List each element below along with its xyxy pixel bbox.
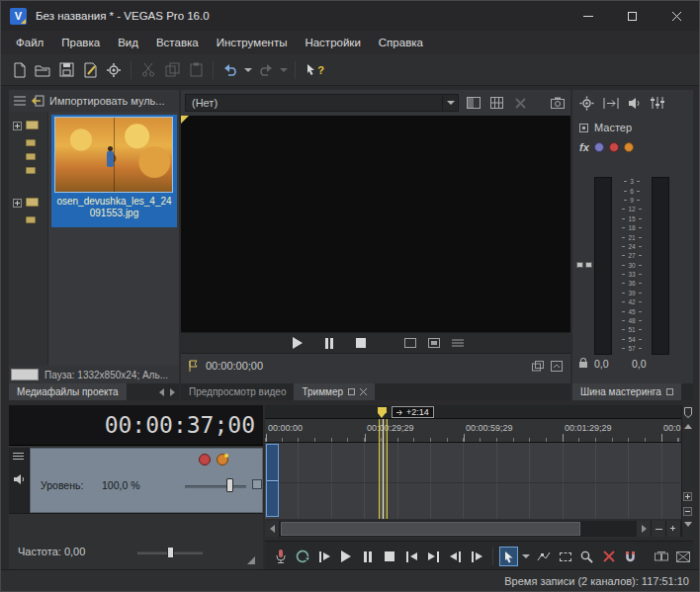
menu-edit[interactable]: Правка xyxy=(52,32,109,53)
copy-frame-button[interactable] xyxy=(532,360,544,372)
preview-pause-button[interactable] xyxy=(319,332,339,354)
undo-button[interactable] xyxy=(219,58,242,82)
play-button[interactable] xyxy=(336,546,356,567)
tab-float-icon[interactable] xyxy=(348,388,355,395)
new-project-button[interactable] xyxy=(7,58,31,82)
scroll-down-button[interactable] xyxy=(684,522,692,527)
next-frame-button[interactable] xyxy=(467,546,486,567)
zoom-out-vertical-button[interactable] xyxy=(683,507,692,516)
scrollbar-thumb[interactable] xyxy=(281,522,580,536)
folder-icon[interactable] xyxy=(26,198,39,207)
scroll-up-button[interactable] xyxy=(684,424,692,429)
interactive-help-button[interactable]: ? xyxy=(301,58,330,82)
tab-mixing-console[interactable]: Шина мастеринга xyxy=(572,383,681,400)
menu-file[interactable]: Файл xyxy=(7,32,52,53)
preview-quality-button[interactable] xyxy=(465,94,482,112)
folder-icon[interactable] xyxy=(26,121,39,129)
timeline-tracks[interactable] xyxy=(265,443,681,519)
timeline-ruler[interactable]: 00:00:00 00:00:29;29 00:00:59;29 00:01:2… xyxy=(265,419,681,443)
track-menu-icon[interactable] xyxy=(13,453,24,462)
master-fader-handles[interactable] xyxy=(576,262,592,268)
undo-dropdown[interactable] xyxy=(242,58,254,82)
horizontal-scrollbar-thumb[interactable] xyxy=(11,369,39,381)
plugin-icon-2[interactable] xyxy=(609,142,619,152)
speaker-icon[interactable] xyxy=(628,97,642,110)
bus-icon[interactable] xyxy=(579,124,588,132)
auto-crossfade-button[interactable] xyxy=(673,546,693,567)
folder-icon[interactable] xyxy=(26,167,36,174)
tab-float-icon[interactable] xyxy=(666,388,673,395)
open-button[interactable] xyxy=(31,58,54,82)
menu-options[interactable]: Настройки xyxy=(296,32,369,53)
mixer-settings-gear-icon[interactable] xyxy=(579,96,594,111)
minimize-button[interactable] xyxy=(566,2,610,31)
tab-video-preview[interactable]: Предпросмотр видео xyxy=(181,383,294,400)
lock-icon[interactable] xyxy=(579,362,587,368)
envelope-tool-button[interactable] xyxy=(534,546,554,567)
rate-slider-handle[interactable] xyxy=(167,547,174,558)
go-to-end-button[interactable] xyxy=(423,546,443,567)
marker-bar[interactable] xyxy=(265,405,681,419)
audio-event-clip[interactable] xyxy=(266,444,279,517)
zoom-in-vertical-button[interactable] xyxy=(683,492,692,501)
folder-icon[interactable] xyxy=(26,216,36,223)
zoom-in-button[interactable] xyxy=(666,521,681,537)
cut-button[interactable] xyxy=(136,58,160,82)
resize-grip-icon[interactable] xyxy=(247,556,255,564)
stop-button[interactable] xyxy=(380,546,399,567)
menu-help[interactable]: Справка xyxy=(370,32,432,53)
preview-stop-button[interactable] xyxy=(351,332,371,354)
copy-button[interactable] xyxy=(160,58,184,82)
redo-dropdown[interactable] xyxy=(278,58,290,82)
project-properties-button[interactable] xyxy=(78,58,102,82)
preview-size-small-button[interactable] xyxy=(404,337,416,349)
tab-project-media[interactable]: Медиафайлы проекта xyxy=(9,383,127,400)
timeline-time-display[interactable]: 00:00:37;00 xyxy=(9,405,263,446)
snap-toggle-button[interactable] xyxy=(621,546,641,567)
tab-trimmer[interactable]: Триммер xyxy=(294,383,375,400)
split-screen-button[interactable] xyxy=(512,94,530,112)
track-level-slider-groove[interactable] xyxy=(185,485,246,488)
save-button[interactable] xyxy=(54,58,78,82)
zoom-out-button[interactable] xyxy=(652,521,666,537)
selected-media-item[interactable]: osen_devushka_les_4_24 091553.jpg xyxy=(51,115,177,227)
preview-play-button[interactable] xyxy=(288,332,307,354)
zoom-tool-button[interactable] xyxy=(577,546,597,567)
folder-icon[interactable] xyxy=(26,153,36,160)
track-meter-icon[interactable] xyxy=(252,479,262,489)
insert-bus-icon[interactable] xyxy=(603,97,619,110)
tab-scroll-left-button[interactable] xyxy=(159,388,164,396)
normal-edit-tool-button[interactable] xyxy=(499,547,518,566)
view-list-icon[interactable] xyxy=(14,95,26,107)
plugin-icon-3[interactable] xyxy=(624,142,634,152)
preferences-button[interactable] xyxy=(102,58,126,82)
fader-handle-left[interactable] xyxy=(576,262,583,268)
preview-fx-selector[interactable]: (Нет) xyxy=(185,94,459,112)
selection-tool-button[interactable] xyxy=(556,546,575,567)
copy-snapshot-button[interactable] xyxy=(549,94,567,112)
tool-dropdown[interactable] xyxy=(520,546,532,567)
play-from-start-button[interactable] xyxy=(314,546,334,567)
track-level-slider-handle[interactable] xyxy=(226,478,233,492)
loop-playback-button[interactable] xyxy=(293,546,312,567)
fx-icon[interactable]: fx xyxy=(579,141,589,153)
audio-track-header[interactable]: Уровень: 100,0 % xyxy=(30,448,263,513)
timeline-cursor-line[interactable] xyxy=(383,419,384,519)
timeline-cursor-head[interactable] xyxy=(378,407,387,413)
close-button[interactable] xyxy=(655,2,699,31)
plugin-icon-1[interactable] xyxy=(594,142,604,152)
dropdown-button[interactable] xyxy=(442,95,458,111)
folder-icon[interactable] xyxy=(26,139,36,146)
marker-tool-icon[interactable] xyxy=(684,407,692,418)
redo-button[interactable] xyxy=(254,58,278,82)
ripple-edit-button[interactable] xyxy=(652,546,671,567)
tab-scroll-right-button[interactable] xyxy=(170,388,175,396)
track-level-value[interactable]: 100,0 % xyxy=(102,479,140,491)
record-button[interactable] xyxy=(271,546,291,567)
scroll-left-button[interactable] xyxy=(265,521,280,537)
mixer-faders-icon[interactable] xyxy=(651,96,664,110)
maximize-button[interactable] xyxy=(610,2,655,31)
overlays-grid-button[interactable] xyxy=(488,94,506,112)
preview-options-button[interactable] xyxy=(452,337,464,349)
tree-expand-button[interactable] xyxy=(13,199,22,208)
